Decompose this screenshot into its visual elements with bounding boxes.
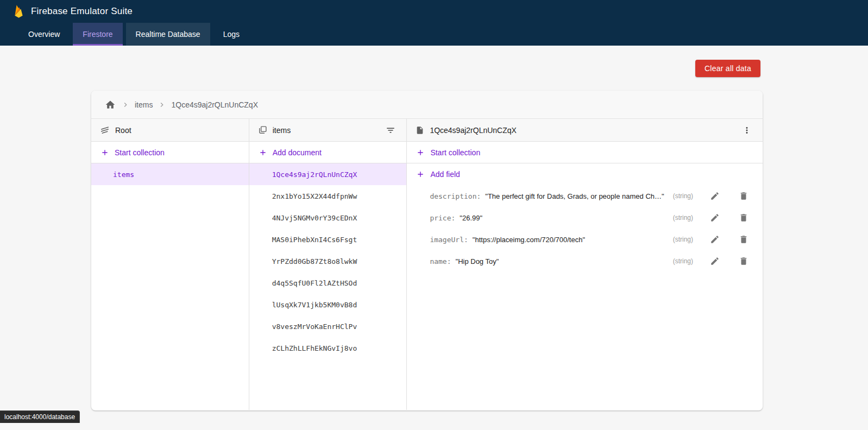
document-row[interactable]: 2nx1bYo15X2X44dfpnWw — [249, 185, 407, 207]
field-value: "Hip Dog Toy" — [456, 257, 499, 265]
firebase-logo-icon — [13, 4, 24, 18]
chevron-right-icon — [158, 100, 166, 109]
app-bar: Firebase Emulator Suite Overview Firesto… — [0, 0, 868, 46]
document-row[interactable]: lUsqXk7V1jkb5KM0vB8d — [249, 294, 407, 315]
breadcrumb: items 1Qce4s9aj2rQLnUnCZqX — [91, 91, 763, 119]
pencil-icon — [710, 256, 720, 266]
field-row: name: "Hip Dog Toy" (string) — [407, 250, 763, 272]
collection-icon — [258, 125, 267, 135]
field-key: imageUrl: — [430, 236, 468, 244]
trash-icon — [739, 213, 749, 223]
app-bar-title-row: Firebase Emulator Suite — [0, 0, 868, 23]
document-row[interactable]: v8veszMrVoKaEnrHClPv — [249, 315, 407, 337]
document-row[interactable]: MAS0iPhebXnI4Cs6Fsgt — [249, 229, 407, 250]
add-document-button[interactable]: Add document — [249, 142, 407, 163]
document-icon — [416, 126, 424, 135]
edit-field-button[interactable] — [708, 232, 722, 246]
kebab-menu-icon[interactable] — [740, 123, 754, 137]
root-panel-title: Root — [115, 126, 131, 135]
field-row: imageUrl: "https://placeimg.com/720/700/… — [407, 229, 763, 250]
trash-icon — [739, 235, 749, 244]
pencil-icon — [710, 235, 720, 244]
tab-bar: Overview Firestore Realtime Database Log… — [0, 23, 868, 46]
delete-field-button[interactable] — [737, 189, 751, 203]
field-type-badge: (string) — [673, 192, 693, 200]
trash-icon — [739, 256, 749, 266]
firestore-columns: Root Start collection items items — [91, 119, 763, 410]
breadcrumb-document[interactable]: 1Qce4s9aj2rQLnUnCZqX — [171, 100, 258, 109]
plus-icon — [416, 148, 425, 157]
document-row[interactable]: YrPZdd0Gb87Zt8o8lwkW — [249, 250, 407, 272]
document-row[interactable]: d4q5SqfU0Fl2lAZtHSOd — [249, 272, 407, 294]
field-type-badge: (string) — [673, 214, 693, 222]
field-value: "The perfect gift for Dads, Grads, or pe… — [485, 192, 664, 200]
field-type-badge: (string) — [673, 257, 693, 265]
plus-icon — [416, 170, 425, 179]
edit-field-button[interactable] — [708, 254, 722, 268]
breadcrumb-collection[interactable]: items — [135, 100, 153, 109]
app-title: Firebase Emulator Suite — [31, 6, 133, 17]
document-row[interactable]: zCLhZhLLFhEkNGvIj8vo — [249, 337, 407, 359]
collection-panel: items Add document 1Qce4s9aj2rQLnUnCZqX … — [249, 119, 407, 410]
field-value: "https://placeimg.com/720/700/tech" — [473, 236, 585, 244]
field-key: name: — [430, 257, 451, 265]
start-collection-button[interactable]: Start collection — [91, 142, 249, 163]
edit-field-button[interactable] — [708, 211, 722, 225]
plus-icon — [259, 148, 267, 157]
tab-realtime-database[interactable]: Realtime Database — [126, 23, 210, 46]
status-bubble: localhost:4000/database — [0, 410, 80, 423]
filter-icon[interactable] — [383, 123, 398, 137]
pencil-icon — [710, 213, 720, 223]
root-panel: Root Start collection items — [91, 119, 249, 410]
field-key: price: — [430, 214, 455, 222]
document-panel-title: 1Qce4s9aj2rQLnUnCZqX — [430, 126, 517, 135]
document-row[interactable]: 4NJvj5NGMv0rY39cEDnX — [249, 207, 407, 229]
document-panel-header: 1Qce4s9aj2rQLnUnCZqX — [407, 119, 763, 142]
trash-icon — [739, 191, 749, 201]
tab-overview[interactable]: Overview — [18, 23, 70, 46]
pencil-icon — [710, 191, 720, 201]
field-row: description: "The perfect gift for Dads,… — [407, 185, 763, 207]
field-key: description: — [430, 192, 481, 200]
root-icon — [100, 125, 110, 135]
clear-all-data-button[interactable]: Clear all data — [695, 60, 760, 77]
chevron-right-icon — [121, 100, 130, 109]
edit-field-button[interactable] — [708, 189, 722, 203]
tab-firestore[interactable]: Firestore — [73, 23, 122, 46]
field-row: price: "26.99" (string) — [407, 207, 763, 229]
add-field-button[interactable]: Add field — [407, 163, 763, 185]
collection-panel-title: items — [273, 126, 291, 135]
home-icon[interactable] — [104, 99, 116, 111]
plus-icon — [100, 148, 109, 157]
document-panel: 1Qce4s9aj2rQLnUnCZqX Start collection Ad… — [407, 119, 763, 410]
delete-field-button[interactable] — [737, 254, 751, 268]
start-collection-button[interactable]: Start collection — [407, 142, 763, 163]
delete-field-button[interactable] — [737, 211, 751, 225]
collection-row[interactable]: items — [91, 163, 249, 185]
firestore-panel-card: items 1Qce4s9aj2rQLnUnCZqX Root Star — [91, 91, 763, 410]
field-value: "26.99" — [460, 214, 482, 222]
field-type-badge: (string) — [673, 236, 693, 243]
tab-logs[interactable]: Logs — [213, 23, 249, 46]
root-panel-header: Root — [91, 119, 249, 142]
collection-panel-header: items — [249, 119, 407, 142]
delete-field-button[interactable] — [737, 232, 751, 246]
document-row[interactable]: 1Qce4s9aj2rQLnUnCZqX — [249, 163, 407, 185]
